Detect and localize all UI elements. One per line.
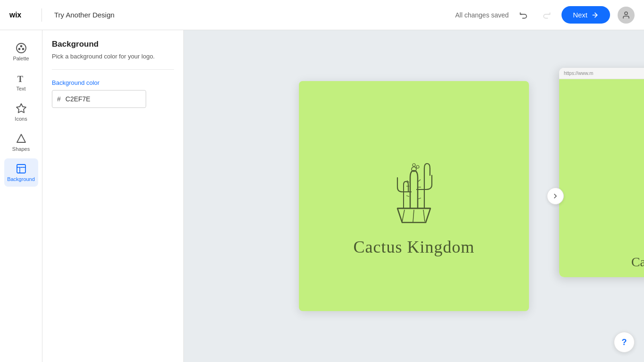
svg-rect-9: [17, 165, 25, 173]
header-logo: wix Try Another Design: [9, 8, 115, 22]
svg-point-4: [20, 46, 22, 47]
next-button-label: Next: [573, 11, 587, 19]
svg-line-19: [418, 198, 421, 199]
svg-text:wix: wix: [9, 11, 21, 19]
background-panel: Background Pick a background color for y…: [42, 30, 184, 362]
cactus-illustration: [372, 135, 456, 230]
undo-button[interactable]: [516, 8, 531, 23]
background-label: Background: [7, 176, 35, 182]
sidebar-icons: Palette T Text Icons: [0, 30, 42, 362]
canvas-area: Cactus Kingdom https://www.m Ca ?: [184, 30, 644, 362]
text-label: Text: [16, 86, 25, 91]
panel-divider: [52, 69, 174, 70]
svg-line-13: [423, 210, 425, 222]
header-right: All changes saved Next: [455, 6, 635, 24]
help-button[interactable]: ?: [614, 332, 635, 353]
svg-line-11: [402, 210, 405, 222]
sidebar-item-palette[interactable]: Palette: [4, 38, 38, 66]
star-icon: [16, 103, 27, 114]
color-input-row: #: [52, 90, 146, 108]
svg-point-5: [18, 49, 20, 50]
main-content: Palette T Text Icons: [0, 30, 644, 362]
sidebar-item-background[interactable]: Background: [4, 158, 38, 187]
panel-title: Background: [52, 40, 174, 49]
background-icon: [16, 163, 27, 174]
user-icon: [622, 11, 630, 19]
sidebar-item-icons[interactable]: Icons: [4, 98, 38, 126]
svg-line-16: [406, 196, 409, 197]
panel-subtitle: Pick a background color for your logo.: [52, 53, 174, 60]
browser-url-bar: https://www.m: [559, 68, 644, 79]
sidebar-item-text[interactable]: T Text: [4, 68, 38, 96]
wix-logo-icon: wix: [9, 10, 29, 20]
redo-button[interactable]: [539, 8, 554, 23]
shapes-label: Shapes: [12, 146, 30, 152]
logo-preview-card: Cactus Kingdom: [299, 81, 529, 311]
help-label: ?: [622, 337, 627, 347]
user-avatar-button[interactable]: [618, 7, 635, 24]
next-preview-button[interactable]: [547, 188, 564, 205]
next-arrow-icon: [591, 11, 599, 19]
header-title: Try Another Design: [54, 11, 115, 19]
svg-point-6: [22, 49, 24, 50]
palette-icon: [16, 42, 27, 54]
svg-point-21: [413, 164, 415, 166]
svg-point-22: [416, 165, 419, 168]
palette-label: Palette: [13, 56, 29, 61]
sidebar-item-shapes[interactable]: Shapes: [4, 128, 38, 156]
svg-line-12: [413, 210, 414, 222]
header: wix Try Another Design All changes saved…: [0, 0, 644, 30]
svg-line-17: [418, 180, 421, 181]
hash-symbol: #: [52, 91, 64, 107]
svg-marker-8: [17, 104, 26, 113]
logo-brand-name: Cactus Kingdom: [354, 237, 475, 257]
color-field-label: Background color: [52, 79, 174, 86]
svg-text:T: T: [17, 74, 23, 84]
svg-point-3: [17, 43, 26, 53]
shapes-icon: [16, 133, 27, 144]
browser-preview: https://www.m Ca: [559, 68, 644, 277]
header-divider: [41, 8, 42, 22]
browser-brand-partial: Ca: [631, 255, 644, 270]
redo-icon: [542, 10, 551, 20]
color-hex-input[interactable]: [64, 91, 146, 107]
next-button[interactable]: Next: [561, 6, 610, 24]
undo-icon: [519, 10, 528, 20]
browser-content-area: Ca: [559, 79, 644, 277]
changes-saved-label: All changes saved: [455, 11, 509, 19]
svg-point-2: [625, 12, 627, 15]
text-icon: T: [16, 73, 27, 84]
icons-label: Icons: [15, 116, 27, 122]
chevron-right-icon: [552, 192, 559, 200]
